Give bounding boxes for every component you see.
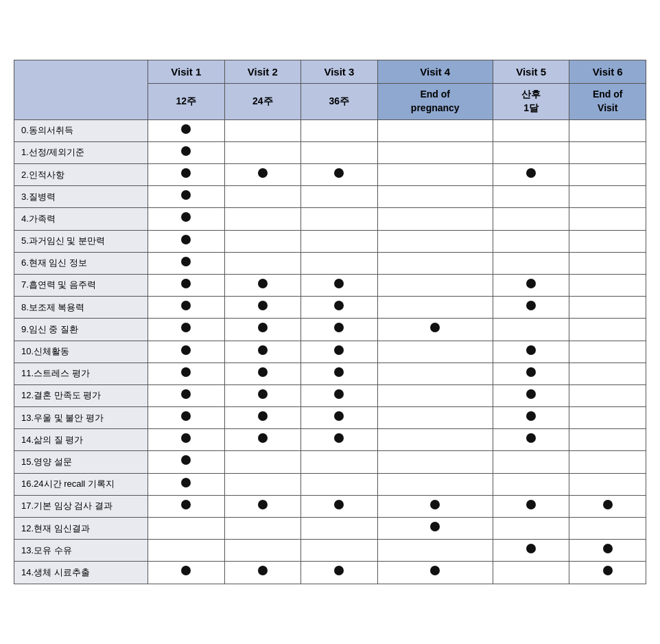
row-label: 5.과거임신 및 분만력	[14, 230, 148, 252]
dot-cell	[493, 252, 569, 274]
visit5-week: 산후1달	[493, 84, 569, 119]
dot-cell	[493, 473, 569, 495]
dot-icon	[526, 389, 536, 399]
dot-cell	[301, 341, 378, 363]
dot-cell	[301, 186, 378, 208]
dot-cell	[569, 518, 646, 540]
dot-cell	[569, 451, 646, 473]
row-label: 10.신체활동	[14, 341, 148, 363]
dot-cell	[224, 451, 301, 473]
dot-cell	[224, 252, 301, 274]
dot-icon	[181, 323, 191, 332]
visit4-week: End ofpregnancy	[377, 84, 493, 119]
dot-cell	[224, 429, 301, 451]
dot-cell	[569, 384, 646, 406]
visit3-header: Visit 3	[301, 60, 378, 84]
dot-cell	[377, 495, 493, 517]
dot-cell	[569, 473, 646, 495]
dot-cell	[148, 341, 225, 363]
dot-cell	[569, 297, 646, 319]
dot-cell	[493, 164, 569, 186]
table-row: 3.질병력	[14, 186, 646, 208]
dot-icon	[181, 124, 191, 134]
row-label: 8.보조제 복용력	[14, 297, 148, 319]
dot-cell	[569, 407, 646, 429]
dot-cell	[569, 341, 646, 363]
dot-cell	[493, 319, 569, 341]
table-row: 10.신체활동	[14, 341, 646, 363]
row-label: 13.우울 및 불안 평가	[14, 407, 148, 429]
row-label: 12.결혼 만족도 평가	[14, 384, 148, 406]
dot-cell	[301, 274, 378, 296]
dot-cell	[569, 274, 646, 296]
visit6-week: End ofVisit	[569, 84, 646, 119]
row-label: 6.현재 임신 정보	[14, 252, 148, 274]
dot-cell	[377, 230, 493, 252]
dot-icon	[430, 566, 440, 575]
dot-cell	[148, 407, 225, 429]
table-row: 0.동의서취득	[14, 119, 646, 141]
dot-cell	[224, 274, 301, 296]
dot-icon	[430, 500, 440, 509]
dot-cell	[493, 451, 569, 473]
dot-cell	[148, 274, 225, 296]
dot-icon	[334, 345, 344, 355]
dot-cell	[377, 451, 493, 473]
dot-cell	[148, 164, 225, 186]
table-row: 2.인적사항	[14, 164, 646, 186]
dot-icon	[526, 411, 536, 421]
dot-cell	[301, 429, 378, 451]
dot-cell	[224, 164, 301, 186]
dot-icon	[181, 235, 191, 244]
dot-cell	[493, 297, 569, 319]
dot-cell	[301, 230, 378, 252]
dot-cell	[569, 319, 646, 341]
dot-cell	[148, 429, 225, 451]
dot-cell	[493, 562, 569, 584]
dot-cell	[377, 164, 493, 186]
dot-cell	[224, 208, 301, 230]
dot-cell	[377, 518, 493, 540]
table-row: 8.보조제 복용력	[14, 297, 646, 319]
table-wrapper: Visit 1 Visit 2 Visit 3 Visit 4 Visit 5 …	[0, 46, 660, 597]
dot-icon	[181, 478, 191, 487]
table-row: 17.기본 임상 검사 결과	[14, 495, 646, 517]
dot-cell	[148, 119, 225, 141]
dot-cell	[377, 119, 493, 141]
dot-cell	[148, 186, 225, 208]
dot-cell	[301, 407, 378, 429]
dot-cell	[377, 252, 493, 274]
dot-cell	[224, 407, 301, 429]
dot-icon	[430, 323, 440, 332]
schedule-table: Visit 1 Visit 2 Visit 3 Visit 4 Visit 5 …	[14, 60, 646, 584]
dot-icon	[526, 345, 536, 355]
dot-cell	[377, 540, 493, 562]
dot-cell	[493, 186, 569, 208]
dot-icon	[258, 279, 268, 288]
table-row: 13.모유 수유	[14, 540, 646, 562]
dot-cell	[493, 407, 569, 429]
dot-cell	[377, 407, 493, 429]
dot-icon	[526, 279, 536, 288]
row-label: 12.현재 임신결과	[14, 518, 148, 540]
dot-icon	[181, 433, 191, 443]
dot-cell	[493, 341, 569, 363]
dot-cell	[569, 252, 646, 274]
dot-cell	[301, 297, 378, 319]
dot-cell	[569, 141, 646, 163]
dot-icon	[334, 367, 344, 377]
dot-icon	[181, 279, 191, 288]
visit4-header: Visit 4	[377, 60, 493, 84]
dot-cell	[301, 319, 378, 341]
col-header	[14, 60, 148, 119]
dot-cell	[224, 297, 301, 319]
dot-icon	[258, 433, 268, 443]
dot-cell	[224, 141, 301, 163]
dot-icon	[334, 279, 344, 288]
dot-icon	[526, 367, 536, 377]
dot-cell	[493, 384, 569, 406]
dot-icon	[258, 301, 268, 310]
dot-icon	[334, 168, 344, 178]
dot-icon	[258, 168, 268, 178]
dot-cell	[301, 141, 378, 163]
